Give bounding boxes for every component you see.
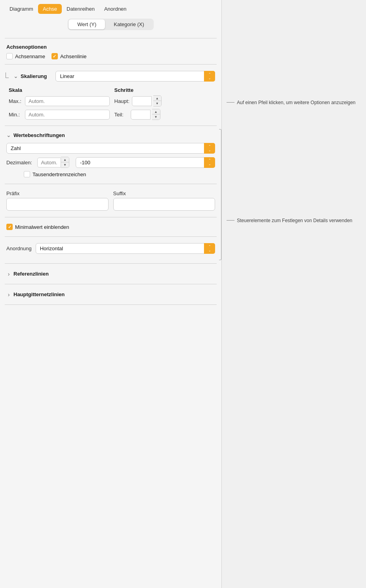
annotation-1-text: Auf einen Pfeil klicken, um weitere Opti… [237, 99, 356, 106]
min-label: Min.: [9, 112, 23, 118]
wertebeschriftungen-section: Wertebeschriftungen Zahl Dezimalen: ▲ [0, 129, 221, 260]
tab-bar: Diagramm Achse Datenreihen Anordnen [0, 0, 221, 14]
dezimalen-label: Dezimalen: [6, 160, 34, 166]
anordnung-label: Anordnung [6, 245, 32, 251]
divider-3 [5, 126, 217, 126]
dezimalen-row: Dezimalen: ▲ ▼ -100 [0, 155, 221, 169]
annotation-1-line [227, 102, 234, 103]
anordnung-select[interactable]: Horizontal [36, 243, 215, 254]
hauptgitternetzlinien-label: Hauptgitternetzlinien [13, 291, 65, 297]
wertebeschriftungen-label: Wertebeschriftungen [13, 132, 65, 138]
tab-datenreihen[interactable]: Datenreihen [62, 4, 99, 14]
achsenlinie-checkbox[interactable] [51, 53, 58, 59]
suffix-input[interactable] [113, 198, 215, 211]
minimalwert-checkbox-item[interactable]: Minimalwert einblenden [6, 224, 215, 230]
teil-stepper: 1 ▲ ▼ [131, 109, 160, 120]
skalierung-bracket-indicator [6, 72, 9, 78]
divider-7 [5, 263, 217, 264]
annotation-1-container: Auf einen Pfeil klicken, um weitere Opti… [227, 99, 361, 106]
tausendertrennzeichen-checkbox[interactable] [24, 171, 30, 177]
prefix-suffix-section: Präfix Suffix [0, 187, 221, 214]
teil-stepper-up[interactable]: ▲ [152, 109, 160, 114]
divider-8 [5, 284, 217, 284]
haupt-stepper-down[interactable]: ▼ [153, 101, 161, 106]
minimalwert-label: Minimalwert einblenden [15, 224, 69, 230]
teil-stepper-input[interactable]: 1 [131, 110, 151, 120]
minimalwert-row: Minimalwert einblenden [0, 221, 221, 233]
haupt-label: Haupt: [114, 98, 130, 104]
haupt-stepper-buttons: ▲ ▼ [153, 95, 162, 107]
prefix-suffix-labels: Präfix Suffix [6, 190, 215, 196]
annotation-2-row: Steuerelemente zum Festlegen von Details… [227, 217, 361, 224]
tausendertrennzeichen-row: Tausendertrennzeichen [0, 169, 221, 181]
referenzlinien-label: Referenzlinien [13, 271, 49, 277]
haupt-row: Haupt: 4 ▲ ▼ [114, 95, 215, 107]
skalierung-label: Skalierung [21, 73, 47, 79]
referenzlinien-chevron [6, 272, 11, 276]
min-row: Min.: [9, 109, 110, 120]
divider-1 [5, 38, 217, 38]
format-select-wrapper: Zahl [6, 143, 215, 154]
skalierung-chevron [13, 74, 18, 79]
wertebeschriftungen-chevron [6, 133, 11, 138]
skala-header: Skala [9, 87, 110, 93]
annotation-2-text: Steuerelemente zum Festlegen von Details… [237, 217, 353, 224]
skalierung-select-wrapper: Linear [55, 71, 215, 82]
anordnung-select-wrapper: Horizontal [36, 243, 215, 254]
achsenname-checkbox-item[interactable]: Achsenname [6, 53, 45, 59]
spacer-wb [0, 257, 221, 260]
tausendertrennzeichen-checkbox-item[interactable]: Tausendertrennzeichen [24, 171, 215, 177]
minimalwert-checkbox[interactable] [6, 224, 13, 230]
achsenoptionen-heading: Achsenoptionen [0, 42, 221, 51]
hauptgitternetzlinien-chevron [6, 292, 11, 297]
teil-stepper-buttons: ▲ ▼ [152, 109, 160, 120]
format-select[interactable]: Zahl [6, 143, 215, 154]
skalierung-header[interactable]: Skalierung Linear [2, 68, 221, 85]
divider-4 [5, 184, 217, 184]
segment-wert-y[interactable]: Wert (Y) [69, 19, 105, 29]
divider-5 [5, 217, 217, 217]
skalierung-select[interactable]: Linear [55, 71, 215, 82]
achsenoptionen-checkboxes: Achsenname Achsenlinie [0, 51, 221, 61]
hauptgitternetzlinien-section[interactable]: Hauptgitternetzlinien [0, 287, 221, 301]
segment-kategorie-x[interactable]: Kategorie (X) [105, 19, 153, 29]
haupt-stepper-up[interactable]: ▲ [153, 96, 161, 101]
anordnung-row: Anordnung Horizontal [0, 240, 221, 257]
annotation-1-row: Auf einen Pfeil klicken, um weitere Opti… [227, 99, 361, 106]
annotation-2-line [227, 220, 234, 221]
praefix-input[interactable] [6, 198, 109, 211]
tab-diagramm[interactable]: Diagramm [5, 4, 38, 14]
divider-2 [5, 64, 217, 65]
wertebeschriftungen-header[interactable]: Wertebeschriftungen [0, 129, 221, 141]
dezimalen-stepper-down[interactable]: ▼ [61, 162, 69, 167]
teil-label: Teil: [114, 112, 128, 118]
teil-stepper-down[interactable]: ▼ [152, 114, 160, 120]
format-select-inner: Zahl [6, 143, 215, 154]
divider-9 [5, 304, 217, 305]
referenzlinien-section[interactable]: Referenzlinien [0, 267, 221, 281]
dezimalen-stepper-wrapper: ▲ ▼ [37, 157, 69, 168]
achsenlinie-label: Achsenlinie [60, 53, 87, 59]
max-label: Max.: [9, 98, 23, 104]
dezimalen-input[interactable] [37, 158, 61, 167]
negative-select[interactable]: -100 [76, 157, 215, 168]
tab-achse[interactable]: Achse [38, 4, 62, 14]
praefix-label: Präfix [6, 190, 109, 196]
wb-bracket-line [219, 129, 221, 260]
tab-anordnen[interactable]: Anordnen [99, 4, 131, 14]
negative-select-inner: -100 [76, 157, 215, 168]
suffix-label: Suffix [113, 190, 215, 196]
teil-row: Teil: 1 ▲ ▼ [114, 109, 215, 120]
achsenname-checkbox[interactable] [6, 53, 13, 59]
divider-6 [5, 236, 217, 237]
negative-select-wrapper: -100 [76, 157, 215, 168]
haupt-stepper: 4 ▲ ▼ [132, 95, 162, 107]
max-input[interactable] [25, 96, 110, 106]
axis-segment-control: Wert (Y) Kategorie (X) [68, 19, 154, 30]
annotation-2-container: Steuerelemente zum Festlegen von Details… [227, 217, 361, 224]
dezimalen-stepper-buttons: ▲ ▼ [61, 157, 69, 168]
dezimalen-stepper-up[interactable]: ▲ [61, 157, 69, 162]
min-input[interactable] [25, 110, 110, 120]
achsenlinie-checkbox-item[interactable]: Achsenlinie [51, 53, 87, 59]
haupt-stepper-input[interactable]: 4 [132, 96, 152, 106]
